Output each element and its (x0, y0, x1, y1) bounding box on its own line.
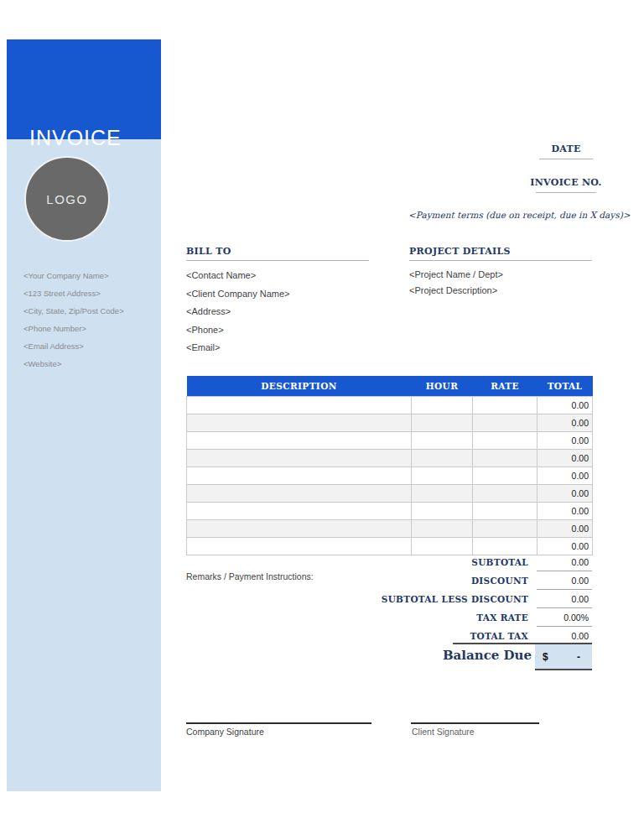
table-row: 0.00 (187, 414, 593, 432)
cell-rate[interactable] (473, 485, 538, 503)
logo-placeholder[interactable]: LOGO (24, 156, 110, 242)
totals-row-label: SUBTOTAL (186, 557, 537, 567)
line-items-table: DESCRIPTION HOUR RATE TOTAL 0.00 0.00 (186, 376, 593, 555)
company-info-item[interactable]: <Your Company Name> (23, 267, 158, 284)
cell-hour[interactable] (412, 432, 473, 450)
cell-total[interactable]: 0.00 (538, 432, 593, 450)
company-info-item[interactable]: <Phone Number> (23, 320, 158, 337)
cell-description[interactable] (187, 467, 412, 485)
company-info-item[interactable]: <123 Street Address> (23, 284, 158, 302)
cell-hour[interactable] (412, 450, 473, 467)
totals-row: SUBTOTAL LESS DISCOUNT 0.00 (186, 590, 592, 608)
client-signature-line[interactable] (411, 722, 539, 724)
balance-due-label: Balance Due (186, 648, 532, 663)
bill-to-item[interactable]: <Email> (186, 339, 369, 357)
invoice-no-input-line[interactable] (536, 192, 596, 193)
cell-rate[interactable] (473, 432, 538, 450)
cell-total[interactable]: 0.00 (538, 485, 593, 503)
table-row: 0.00 (187, 520, 593, 538)
col-description-header: DESCRIPTION (187, 376, 412, 397)
cell-rate[interactable] (473, 503, 538, 520)
company-info-list: <Your Company Name><123 Street Address><… (23, 267, 158, 373)
project-details-section: PROJECT DETAILS <Project Name / Dept><Pr… (409, 246, 592, 299)
table-row: 0.00 (187, 432, 593, 450)
totals-row: SUBTOTAL 0.00 (186, 553, 592, 571)
bill-to-section: BILL TO <Contact Name><Client Company Na… (186, 246, 369, 357)
totals-row-value[interactable]: 0.00% (537, 609, 592, 627)
totals-row: TAX RATE 0.00% (186, 608, 592, 627)
cell-rate[interactable] (473, 467, 538, 485)
cell-total[interactable]: 0.00 (538, 414, 593, 432)
table-row: 0.00 (187, 467, 593, 485)
table-header-row: DESCRIPTION HOUR RATE TOTAL (187, 376, 593, 397)
logo-text: LOGO (46, 192, 87, 206)
company-info-item[interactable]: <City, State, Zip/Post Code> (23, 302, 158, 320)
date-label: DATE (512, 143, 621, 154)
sidebar: INVOICE LOGO <Your Company Name><123 Str… (7, 39, 161, 791)
cell-rate[interactable] (473, 414, 538, 432)
cell-total[interactable]: 0.00 (538, 520, 593, 538)
cell-total[interactable]: 0.00 (538, 450, 593, 467)
remarks-label: Remarks / Payment Instructions: (186, 571, 314, 581)
cell-hour[interactable] (412, 467, 473, 485)
cell-hour[interactable] (412, 485, 473, 503)
table-row: 0.00 (187, 450, 593, 467)
project-details-list: <Project Name / Dept><Project Descriptio… (409, 267, 592, 299)
cell-rate[interactable] (473, 450, 538, 467)
project-details-label: PROJECT DETAILS (409, 246, 592, 257)
project-details-item[interactable]: <Project Name / Dept> (409, 267, 592, 283)
cell-description[interactable] (187, 432, 412, 450)
table-row: 0.00 (187, 485, 593, 503)
bill-to-list: <Contact Name><Client Company Name><Addr… (186, 267, 369, 357)
balance-due-value: - (577, 651, 580, 663)
company-info-item[interactable]: <Website> (23, 355, 158, 373)
cell-description[interactable] (187, 397, 412, 414)
company-info-item[interactable]: <Email Address> (23, 337, 158, 355)
invoice-no-label: INVOICE NO. (512, 177, 621, 188)
totals-row-value[interactable]: 0.00 (537, 572, 592, 590)
cell-hour[interactable] (412, 397, 473, 414)
bill-to-item[interactable]: <Contact Name> (186, 267, 369, 285)
cell-description[interactable] (187, 503, 412, 520)
cell-description[interactable] (187, 414, 412, 432)
cell-description[interactable] (187, 520, 412, 538)
table-row: 0.00 (187, 503, 593, 520)
invoice-no-field[interactable]: INVOICE NO. (512, 177, 621, 193)
bill-to-label: BILL TO (186, 246, 369, 257)
bill-to-item[interactable]: <Client Company Name> (186, 285, 369, 304)
totals-row-value[interactable]: 0.00 (537, 591, 592, 608)
invoice-title: INVOICE (29, 126, 122, 150)
balance-due-cell[interactable]: $ - (535, 644, 592, 670)
totals-row-label: TAX RATE (186, 612, 537, 623)
cell-hour[interactable] (412, 520, 473, 538)
cell-rate[interactable] (473, 520, 538, 538)
sidebar-header-band: INVOICE (7, 39, 161, 139)
currency-symbol: $ (543, 651, 548, 663)
col-hour-header: HOUR (412, 376, 473, 397)
cell-total[interactable]: 0.00 (538, 397, 593, 414)
totals-block: SUBTOTAL 0.00 DISCOUNT 0.00 SUBTOTAL LES… (186, 553, 592, 645)
totals-row-label: TOTAL TAX (186, 631, 537, 641)
bill-to-item[interactable]: <Phone> (186, 321, 369, 340)
cell-hour[interactable] (412, 503, 473, 520)
project-details-rule (409, 260, 592, 261)
company-signature-line[interactable] (186, 722, 371, 724)
table-row: 0.00 (187, 397, 593, 414)
date-input-line[interactable] (539, 159, 593, 159)
cell-description[interactable] (187, 450, 412, 467)
cell-description[interactable] (187, 485, 412, 503)
client-signature-label: Client Signature (412, 727, 475, 737)
col-total-header: TOTAL (538, 376, 593, 397)
bill-to-item[interactable]: <Address> (186, 303, 369, 321)
date-field[interactable]: DATE (512, 143, 621, 159)
company-signature-label: Company Signature (186, 727, 264, 737)
cell-rate[interactable] (473, 397, 538, 414)
cell-total[interactable]: 0.00 (538, 503, 593, 520)
payment-terms-placeholder[interactable]: <Payment terms (due on receipt, due in X… (408, 210, 631, 220)
totals-row-label: SUBTOTAL LESS DISCOUNT (186, 594, 537, 604)
project-details-item[interactable]: <Project Description> (409, 283, 592, 299)
totals-row-value[interactable]: 0.00 (537, 554, 592, 571)
cell-total[interactable]: 0.00 (538, 467, 593, 485)
cell-hour[interactable] (412, 414, 473, 432)
col-rate-header: RATE (473, 376, 538, 397)
